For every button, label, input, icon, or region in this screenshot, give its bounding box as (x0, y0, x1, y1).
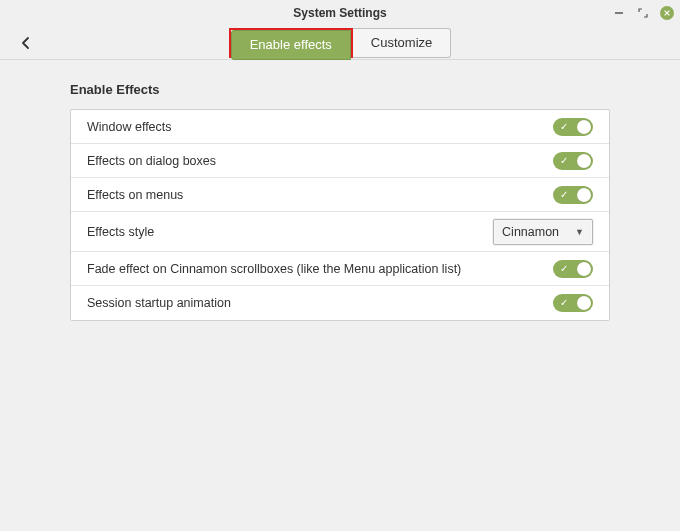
close-button[interactable] (660, 6, 674, 20)
section-title: Enable Effects (70, 82, 610, 97)
tab-enable-effects[interactable]: Enable effects (231, 30, 351, 60)
window-title: System Settings (293, 6, 386, 20)
toggle-knob (577, 154, 591, 168)
row-label: Effects on menus (87, 188, 183, 202)
toggle-window-effects[interactable]: ✓ (553, 118, 593, 136)
toggle-knob (577, 120, 591, 134)
row-label: Effects style (87, 225, 154, 239)
select-value: Cinnamon (502, 225, 559, 239)
row-window-effects: Window effects ✓ (71, 110, 609, 144)
tab-group: Enable effects Customize (229, 28, 452, 58)
toggle-knob (577, 262, 591, 276)
check-icon: ✓ (560, 122, 568, 132)
chevron-down-icon: ▼ (575, 227, 584, 237)
content-area: Enable Effects Window effects ✓ Effects … (0, 60, 680, 321)
toggle-menu-effects[interactable]: ✓ (553, 186, 593, 204)
check-icon: ✓ (560, 298, 568, 308)
back-button[interactable] (14, 26, 38, 60)
tab-enable-effects-label: Enable effects (250, 37, 332, 52)
row-fade-scrollboxes: Fade effect on Cinnamon scrollboxes (lik… (71, 252, 609, 286)
maximize-button[interactable] (636, 6, 650, 20)
window-controls (612, 0, 674, 26)
toggle-knob (577, 188, 591, 202)
select-effects-style[interactable]: Cinnamon ▼ (493, 219, 593, 245)
tab-customize[interactable]: Customize (353, 28, 451, 58)
minimize-button[interactable] (612, 6, 626, 20)
tab-highlight: Enable effects (229, 28, 353, 58)
row-label: Session startup animation (87, 296, 231, 310)
toggle-knob (577, 296, 591, 310)
row-session-startup: Session startup animation ✓ (71, 286, 609, 320)
row-menu-effects: Effects on menus ✓ (71, 178, 609, 212)
titlebar: System Settings (0, 0, 680, 26)
row-effects-style: Effects style Cinnamon ▼ (71, 212, 609, 252)
toggle-dialog-effects[interactable]: ✓ (553, 152, 593, 170)
check-icon: ✓ (560, 264, 568, 274)
row-label: Window effects (87, 120, 172, 134)
check-icon: ✓ (560, 156, 568, 166)
settings-panel: Window effects ✓ Effects on dialog boxes… (70, 109, 610, 321)
tab-customize-label: Customize (371, 35, 432, 50)
toolbar: Enable effects Customize (0, 26, 680, 60)
row-dialog-effects: Effects on dialog boxes ✓ (71, 144, 609, 178)
row-label: Fade effect on Cinnamon scrollboxes (lik… (87, 262, 461, 276)
toggle-fade-scrollboxes[interactable]: ✓ (553, 260, 593, 278)
row-label: Effects on dialog boxes (87, 154, 216, 168)
toggle-session-startup[interactable]: ✓ (553, 294, 593, 312)
check-icon: ✓ (560, 190, 568, 200)
